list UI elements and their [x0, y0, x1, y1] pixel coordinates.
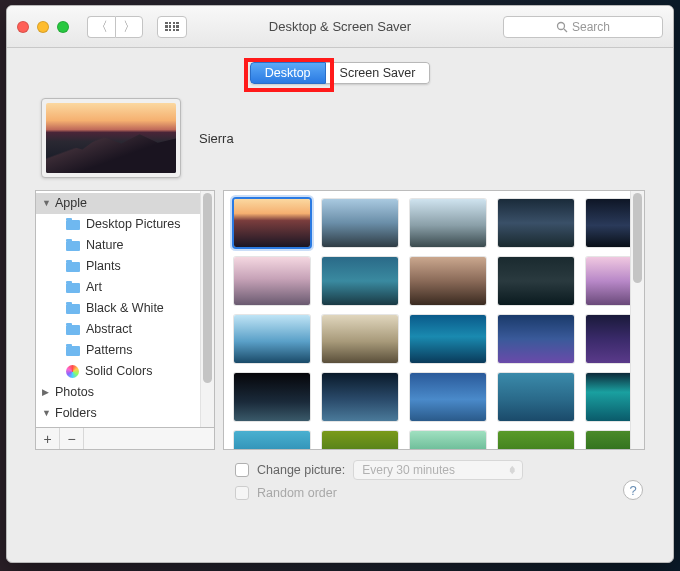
tree-group-apple[interactable]: ▼Apple: [36, 193, 214, 214]
folder-icon: [66, 220, 80, 230]
wallpaper-thumbnail[interactable]: [498, 373, 574, 421]
thumbnail-grid: [223, 190, 645, 450]
tree-item[interactable]: Desktop Pictures: [36, 214, 214, 235]
folder-icon: [66, 346, 80, 356]
wallpaper-thumbnail[interactable]: [410, 257, 486, 305]
wallpaper-thumbnail[interactable]: [322, 373, 398, 421]
minimize-window-button[interactable]: [37, 21, 49, 33]
wallpaper-thumbnail[interactable]: [322, 431, 398, 450]
add-source-button[interactable]: +: [36, 428, 60, 449]
tab-group: Desktop Screen Saver: [35, 48, 645, 94]
tree-item[interactable]: Patterns: [36, 340, 214, 361]
folder-icon: [66, 283, 80, 293]
wallpaper-thumbnail[interactable]: [498, 199, 574, 247]
wallpaper-thumbnail[interactable]: [234, 431, 310, 450]
change-picture-checkbox[interactable]: [235, 463, 249, 477]
folder-icon: [66, 325, 80, 335]
footer-options: Change picture: Every 30 minutes Random …: [35, 450, 645, 500]
svg-point-0: [557, 22, 564, 29]
tree-group-photos[interactable]: ▶Photos: [36, 382, 214, 403]
source-tree[interactable]: ▼Apple Desktop PicturesNaturePlantsArtBl…: [35, 190, 215, 428]
wallpaper-thumbnail[interactable]: [498, 315, 574, 363]
wallpaper-thumbnail[interactable]: [322, 315, 398, 363]
wallpaper-thumbnail[interactable]: [410, 373, 486, 421]
wallpaper-thumbnail[interactable]: [322, 199, 398, 247]
tree-item-solid-colors[interactable]: Solid Colors: [36, 361, 214, 382]
help-button[interactable]: ?: [623, 480, 643, 500]
disclosure-triangle-icon: ▶: [42, 384, 52, 401]
wallpaper-thumbnail[interactable]: [410, 315, 486, 363]
random-order-label: Random order: [257, 486, 337, 500]
search-icon: [556, 21, 568, 33]
tree-item[interactable]: Plants: [36, 256, 214, 277]
folder-icon: [66, 304, 80, 314]
remove-source-button[interactable]: −: [60, 428, 84, 449]
color-wheel-icon: [66, 365, 79, 378]
tree-item[interactable]: Art: [36, 277, 214, 298]
tree-item[interactable]: Abstract: [36, 319, 214, 340]
grid-scrollbar[interactable]: [630, 191, 644, 449]
disclosure-triangle-icon: ▼: [42, 195, 52, 212]
preview-row: Sierra: [35, 94, 645, 190]
disclosure-triangle-icon: ▼: [42, 405, 52, 422]
random-order-checkbox[interactable]: [235, 486, 249, 500]
source-edit-bar: + −: [35, 428, 215, 450]
split-view: ▼Apple Desktop PicturesNaturePlantsArtBl…: [35, 190, 645, 450]
content-area: Desktop Screen Saver Sierra ▼Apple Deskt…: [7, 48, 673, 562]
sidebar-scrollbar[interactable]: [200, 191, 214, 427]
show-all-button[interactable]: [157, 16, 187, 38]
svg-line-1: [564, 29, 567, 32]
folder-icon: [66, 241, 80, 251]
wallpaper-thumbnail[interactable]: [234, 315, 310, 363]
maximize-window-button[interactable]: [57, 21, 69, 33]
wallpaper-thumbnail[interactable]: [234, 257, 310, 305]
nav-buttons: 〈 〉: [87, 16, 143, 38]
wallpaper-thumbnail[interactable]: [410, 431, 486, 450]
titlebar: 〈 〉 Desktop & Screen Saver Search: [7, 6, 673, 48]
folder-icon: [66, 262, 80, 272]
forward-button[interactable]: 〉: [115, 16, 143, 38]
prefs-window: 〈 〉 Desktop & Screen Saver Search Deskto…: [6, 5, 674, 563]
window-title: Desktop & Screen Saver: [269, 19, 411, 34]
tree-item[interactable]: Black & White: [36, 298, 214, 319]
wallpaper-thumbnail[interactable]: [322, 257, 398, 305]
traffic-lights: [17, 21, 69, 33]
tab-desktop[interactable]: Desktop: [250, 62, 326, 84]
sidebar-column: ▼Apple Desktop PicturesNaturePlantsArtBl…: [35, 190, 215, 450]
close-window-button[interactable]: [17, 21, 29, 33]
wallpaper-name: Sierra: [199, 131, 234, 146]
tree-item[interactable]: Nature: [36, 235, 214, 256]
wallpaper-thumbnail[interactable]: [410, 199, 486, 247]
search-placeholder: Search: [572, 20, 610, 34]
interval-popup[interactable]: Every 30 minutes: [353, 460, 523, 480]
tree-item-pictures[interactable]: Pictures: [36, 424, 214, 428]
back-button[interactable]: 〈: [87, 16, 115, 38]
change-picture-label: Change picture:: [257, 463, 345, 477]
tab-screensaver[interactable]: Screen Saver: [326, 62, 431, 84]
wallpaper-thumbnail[interactable]: [498, 431, 574, 450]
wallpaper-thumbnail[interactable]: [234, 373, 310, 421]
search-field[interactable]: Search: [503, 16, 663, 38]
wallpaper-thumbnail[interactable]: [498, 257, 574, 305]
current-wallpaper-preview: [41, 98, 181, 178]
wallpaper-thumbnail[interactable]: [234, 199, 310, 247]
tree-group-folders[interactable]: ▼Folders: [36, 403, 214, 424]
